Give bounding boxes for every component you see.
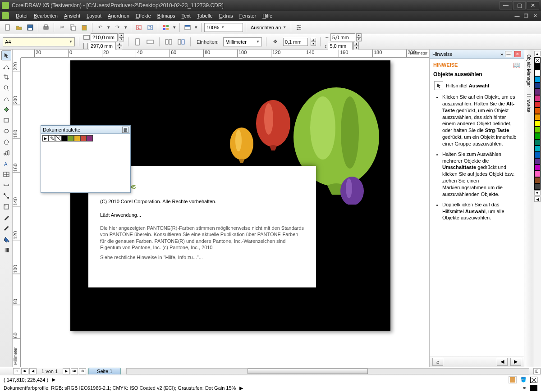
pick-tool[interactable] <box>1 50 11 60</box>
current-outline-swatch[interactable] <box>530 385 537 391</box>
menu-bearbeiten[interactable]: Bearbeiten <box>31 12 61 20</box>
smart-fill-tool[interactable] <box>1 105 11 114</box>
dup-y-input[interactable] <box>328 42 353 50</box>
hints-home-button[interactable]: ⌂ <box>432 358 443 366</box>
navigator-button[interactable]: ◫ <box>533 368 541 374</box>
color-swatch[interactable] <box>534 152 541 158</box>
palette-swatch[interactable] <box>80 135 87 141</box>
document-palette[interactable]: Dokumentpalette ▨ ▶ ✎ <box>41 125 131 193</box>
color-swatch[interactable] <box>534 164 541 171</box>
freehand-tool[interactable] <box>1 94 11 104</box>
window-minimize-button[interactable]: — <box>500 1 512 9</box>
docker-tab-objekt-manager[interactable]: Objekt-Manager <box>525 51 532 90</box>
redo-dropdown[interactable]: ▾ <box>124 23 128 32</box>
undo-dropdown[interactable]: ▾ <box>106 23 111 32</box>
next-page-button[interactable]: ▶ <box>63 368 70 374</box>
color-swatch[interactable] <box>534 139 541 146</box>
table-tool[interactable] <box>1 169 11 179</box>
color-swatch[interactable] <box>534 146 541 152</box>
hints-close-button[interactable]: ✕ <box>514 51 521 57</box>
prev-page-button[interactable]: ◀ <box>29 368 37 374</box>
color-swatch[interactable] <box>534 120 541 127</box>
add-page-after-button[interactable]: ⊕ <box>79 368 86 374</box>
print-button[interactable] <box>41 23 51 32</box>
color-swatch[interactable] <box>534 183 541 190</box>
docker-tab-hinweise[interactable]: Hinweise <box>525 91 532 116</box>
color-swatch[interactable] <box>534 76 541 82</box>
hints-forward-button[interactable]: ▶ <box>510 358 521 366</box>
palette-swatch[interactable] <box>61 135 68 141</box>
horizontal-ruler[interactable]: Millimeter 20020406080100120140160180200 <box>21 50 429 58</box>
menu-ansicht[interactable]: Ansicht <box>61 12 83 20</box>
menu-anordnen[interactable]: Anordnen <box>105 12 133 20</box>
snap-combo[interactable]: Ausrichten an ▼ <box>249 23 288 32</box>
book-icon[interactable]: 📖 <box>513 61 520 68</box>
interactive-fill-tool[interactable] <box>1 245 11 255</box>
menu-extras[interactable]: Extras <box>216 12 236 20</box>
redo-button[interactable]: ↷ <box>112 23 122 32</box>
color-swatch[interactable] <box>534 158 541 164</box>
zoom-tool[interactable] <box>1 83 11 93</box>
current-page-button[interactable] <box>176 37 186 47</box>
color-swatch[interactable] <box>534 133 541 139</box>
drawing-area[interactable]: CorelDRAW® X5 (C) 2010 Corel Corporation… <box>21 58 429 367</box>
orientation-landscape-button[interactable] <box>145 37 155 47</box>
nudge-spin-down[interactable]: ▼ <box>311 42 316 46</box>
color-swatch[interactable] <box>534 70 541 76</box>
mdi-restore-button[interactable]: ❐ <box>522 12 530 19</box>
nudge-spin-up[interactable]: ▲ <box>311 38 316 42</box>
palette-flyout-button[interactable]: ▶ <box>42 135 49 141</box>
basic-shapes-tool[interactable] <box>1 148 11 158</box>
shape-tool[interactable] <box>1 61 11 71</box>
page-height-input[interactable] <box>89 42 116 50</box>
dupx-spin-up[interactable]: ▲ <box>356 33 362 37</box>
height-spin-up[interactable]: ▲ <box>117 42 122 46</box>
app-launcher-button[interactable] <box>161 23 171 32</box>
page-preset-combo[interactable]: A4 ▼ <box>3 37 75 46</box>
rectangle-tool[interactable] <box>1 115 11 125</box>
dupx-spin-down[interactable]: ▼ <box>356 37 362 41</box>
orientation-portrait-button[interactable] <box>133 37 142 47</box>
crop-tool[interactable] <box>1 72 11 82</box>
dup-x-input[interactable] <box>330 33 355 41</box>
menu-hilfe[interactable]: Hilfe <box>259 12 275 20</box>
color-swatch[interactable] <box>534 108 541 114</box>
undo-button[interactable]: ↶ <box>95 23 105 32</box>
page-width-input[interactable] <box>91 33 118 41</box>
all-pages-button[interactable] <box>164 37 174 47</box>
scrollbar-thumb[interactable] <box>248 369 368 374</box>
window-close-button[interactable]: ✕ <box>527 1 539 9</box>
welcome-dropdown[interactable]: ▾ <box>194 23 198 32</box>
polygon-tool[interactable] <box>1 137 11 147</box>
window-maximize-button[interactable]: ▢ <box>513 1 526 9</box>
menu-text[interactable]: Text <box>179 12 194 20</box>
eyedropper-tool[interactable] <box>1 213 11 223</box>
color-swatch[interactable] <box>534 95 541 101</box>
units-combo[interactable]: Millimeter ▼ <box>223 37 262 46</box>
color-swatch[interactable] <box>534 114 541 120</box>
palette-swatch[interactable] <box>87 135 93 141</box>
paste-button[interactable] <box>79 23 89 32</box>
fill-tool[interactable] <box>1 234 11 244</box>
mdi-close-button[interactable]: ✕ <box>531 12 539 19</box>
palette-scroll-down[interactable]: ▼ <box>534 190 541 196</box>
mdi-minimize-button[interactable]: — <box>513 12 521 19</box>
page-tab-1[interactable]: Seite 1 <box>88 368 121 374</box>
nudge-input[interactable] <box>283 38 308 46</box>
hints-collapse-icon[interactable]: » <box>500 51 503 57</box>
vertical-ruler[interactable]: Millimeter 2202001801601401201008060 <box>13 58 21 367</box>
text-tool[interactable]: A <box>1 159 11 169</box>
add-page-button[interactable]: ⊕ <box>13 368 20 374</box>
color-swatch[interactable] <box>534 127 541 133</box>
no-fill-swatch[interactable] <box>534 57 541 64</box>
no-color-swatch[interactable] <box>55 135 61 141</box>
connector-tool[interactable] <box>1 191 11 201</box>
menu-fenster[interactable]: Fenster <box>236 12 259 20</box>
eyedropper-swatch[interactable]: ✎ <box>49 135 55 141</box>
coords-flyout-icon[interactable]: ▶ <box>52 377 55 383</box>
color-swatch[interactable] <box>534 101 541 108</box>
export-button[interactable] <box>145 23 155 32</box>
menu-datei[interactable]: Datei <box>13 12 31 20</box>
current-fill-swatch[interactable] <box>530 377 537 383</box>
profiles-flyout-icon[interactable]: ▶ <box>239 385 243 391</box>
